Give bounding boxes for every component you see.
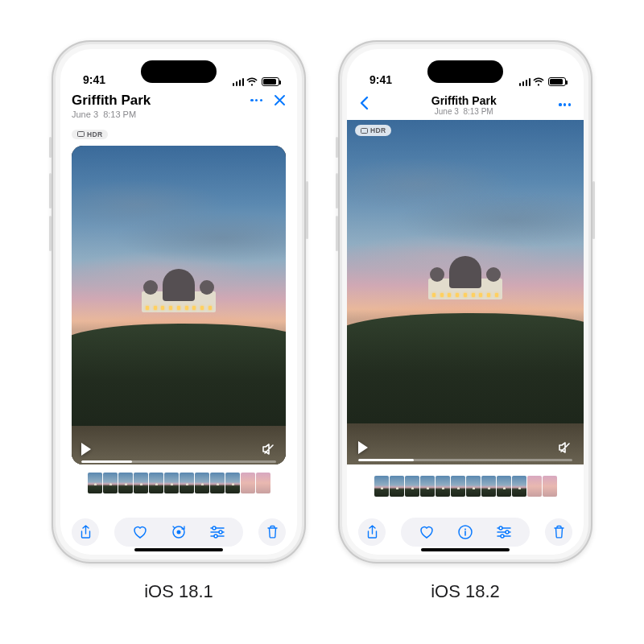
progress-bar[interactable] (358, 459, 572, 461)
filmstrip-thumb[interactable] (256, 473, 270, 493)
display-icon (361, 128, 368, 134)
dynamic-island (427, 60, 503, 83)
battery-icon (262, 77, 279, 86)
more-button[interactable] (555, 100, 574, 109)
page-title: Griffith Park (72, 93, 151, 109)
svg-point-8 (506, 530, 509, 534)
filmstrip-thumb[interactable] (527, 476, 542, 497)
progress-fill (358, 459, 414, 461)
filmstrip-thumb[interactable] (466, 476, 481, 497)
filmstrip-thumb[interactable] (103, 473, 118, 493)
filmstrip[interactable] (60, 464, 297, 498)
home-indicator[interactable] (421, 548, 510, 551)
toolbar (347, 513, 584, 547)
volume-up (49, 173, 52, 208)
svg-point-9 (501, 535, 504, 538)
svg-point-3 (219, 530, 222, 534)
svg-point-7 (499, 526, 502, 530)
action-button (49, 137, 52, 158)
phone-mockup-ios-18-2: 9:41 Griffith Park June 3 8:13 PM (338, 40, 592, 564)
filmstrip-thumb[interactable] (512, 476, 526, 497)
filmstrip[interactable] (347, 468, 584, 502)
filmstrip-thumb[interactable] (543, 476, 557, 497)
filmstrip-thumb[interactable] (241, 473, 255, 493)
share-button[interactable] (72, 518, 99, 546)
page-subtitle: June 3 8:13 PM (431, 107, 497, 116)
svg-point-4 (214, 535, 217, 538)
media-viewport[interactable]: HDR (347, 120, 584, 464)
filmstrip-thumb[interactable] (88, 473, 102, 493)
filmstrip-thumb[interactable] (164, 473, 179, 493)
svg-point-1 (177, 530, 181, 535)
adjust-button[interactable] (496, 524, 512, 540)
live-edit-button[interactable] (171, 524, 187, 540)
phone-mockup-ios-18-1: 9:41 Griffith Park June 3 8:13 PM (52, 40, 306, 564)
hdr-badge: HDR (355, 125, 391, 136)
play-button[interactable] (81, 443, 91, 456)
home-indicator[interactable] (134, 548, 223, 551)
adjust-button[interactable] (209, 524, 225, 540)
mute-icon[interactable] (558, 440, 572, 455)
filmstrip-thumb[interactable] (420, 476, 435, 497)
favorite-button[interactable] (132, 524, 148, 540)
action-button (336, 137, 338, 158)
cellular-icon (519, 78, 531, 86)
more-button[interactable] (250, 99, 262, 101)
progress-fill (81, 460, 132, 463)
cellular-icon (233, 78, 245, 86)
toolbar (60, 513, 297, 547)
favorite-button[interactable] (419, 524, 435, 540)
volume-down (336, 216, 338, 251)
wifi-icon (533, 77, 544, 86)
page-title: Griffith Park (431, 94, 497, 107)
status-time: 9:41 (83, 73, 105, 86)
play-button[interactable] (358, 441, 368, 454)
status-time: 9:41 (369, 73, 392, 86)
filmstrip-thumb[interactable] (195, 473, 209, 493)
wifi-icon (246, 77, 258, 86)
page-subtitle: June 3 8:13 PM (72, 109, 151, 119)
filmstrip-thumb[interactable] (225, 473, 240, 493)
power-button (592, 181, 595, 239)
caption-right: iOS 18.2 (431, 581, 500, 602)
filmstrip-thumb[interactable] (149, 473, 163, 493)
battery-icon (548, 77, 566, 86)
caption-left: iOS 18.1 (144, 581, 213, 602)
share-button[interactable] (358, 518, 386, 546)
svg-point-6 (464, 529, 466, 530)
filmstrip-thumb[interactable] (180, 473, 194, 493)
svg-point-2 (213, 526, 216, 530)
filmstrip-thumb[interactable] (436, 476, 450, 497)
filmstrip-thumb[interactable] (118, 473, 133, 493)
filmstrip-thumb[interactable] (134, 473, 148, 493)
filmstrip-thumb[interactable] (481, 476, 496, 497)
delete-button[interactable] (545, 518, 572, 546)
dynamic-island (141, 60, 217, 83)
display-icon (77, 131, 85, 137)
filmstrip-thumb[interactable] (405, 476, 419, 497)
filmstrip-thumb[interactable] (374, 476, 389, 497)
filmstrip-thumb[interactable] (497, 476, 511, 497)
volume-down (49, 216, 52, 251)
power-button (306, 181, 308, 239)
close-icon[interactable] (274, 94, 286, 106)
filmstrip-thumb[interactable] (210, 473, 225, 493)
mute-icon[interactable] (262, 442, 276, 456)
info-button[interactable] (457, 524, 473, 540)
hdr-badge: HDR (72, 130, 108, 139)
filmstrip-thumb[interactable] (390, 476, 404, 497)
delete-button[interactable] (258, 518, 286, 546)
filmstrip-thumb[interactable] (451, 476, 465, 497)
progress-bar[interactable] (81, 460, 276, 463)
media-viewport[interactable] (72, 146, 286, 464)
back-button[interactable] (357, 93, 372, 117)
volume-up (336, 173, 338, 208)
